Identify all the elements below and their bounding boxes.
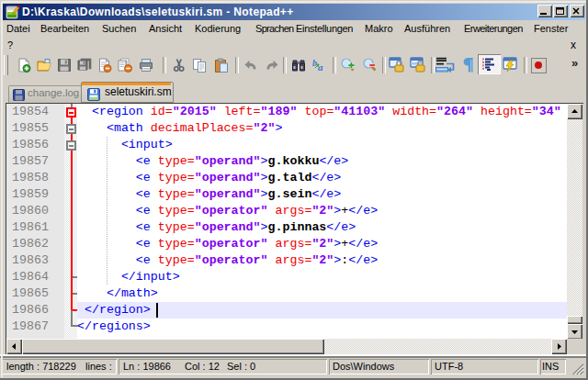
svg-text:a: a [318, 61, 323, 73]
